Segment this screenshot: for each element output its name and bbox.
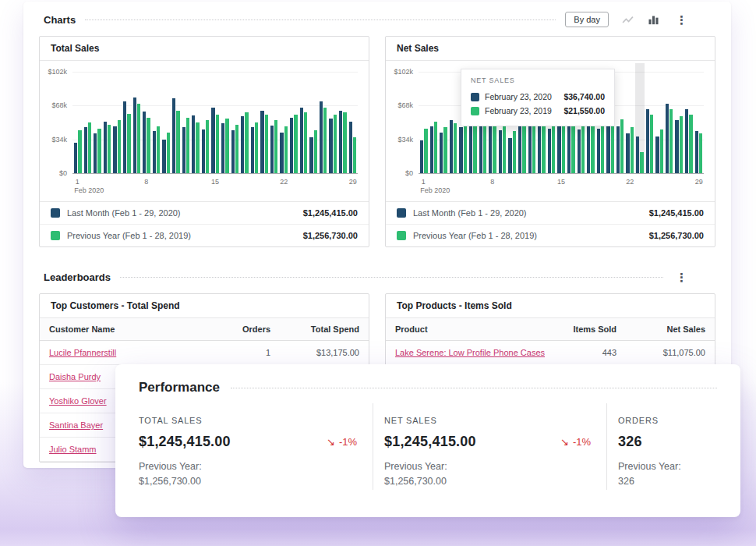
- bar-group-day-18[interactable]: [241, 72, 249, 173]
- bar-group-day-22[interactable]: [280, 72, 288, 173]
- bar-previous-period: [245, 112, 248, 173]
- chart-controls: By day ⋮: [565, 12, 691, 27]
- bar-group-day-7[interactable]: [133, 72, 141, 173]
- bar-group-day-20[interactable]: [260, 72, 268, 173]
- charts-kebab-menu-icon[interactable]: ⋮: [673, 12, 691, 27]
- total-sales-chart-panel: Total Sales $102k$68k$34k$0 18152229Feb …: [39, 36, 369, 247]
- bar-group-day-4[interactable]: [450, 72, 457, 173]
- x-axis-context-label: Feb 2020: [74, 186, 104, 194]
- tooltip-row: February 23, 2019 $21,550.00: [471, 104, 605, 118]
- bar-current-period: [113, 126, 116, 173]
- bar-group-day-17[interactable]: [231, 72, 239, 173]
- x-axis-label: 1: [76, 178, 79, 186]
- legend-label: Previous Year (Feb 1 - 28, 2019): [413, 231, 537, 240]
- bar-group-day-6[interactable]: [123, 72, 131, 173]
- table-row: Lake Serene: Low Profile Phone Cases443$…: [386, 341, 715, 365]
- bar-group-day-14[interactable]: [202, 72, 210, 173]
- bar-group-day-25[interactable]: [655, 72, 663, 173]
- table-cell[interactable]: Lake Serene: Low Profile Phone Cases: [386, 341, 563, 365]
- stat-net-sales: NET SALES $1,245,415.00 ↘ -1% Previous Y…: [373, 403, 606, 490]
- leaderboards-kebab-menu-icon[interactable]: ⋮: [673, 270, 691, 285]
- bar-group-day-3[interactable]: [94, 72, 101, 173]
- bar-current-period: [241, 116, 244, 173]
- stat-delta-negative: ↘ -1%: [560, 436, 591, 448]
- legend-item-previous[interactable]: Previous Year (Feb 1 - 28, 2019) $1,256,…: [40, 224, 369, 246]
- line-chart-toggle-icon[interactable]: [621, 13, 634, 27]
- bar-previous-period: [513, 131, 516, 173]
- page-background: Charts By day ⋮ Total Sales: [0, 0, 756, 546]
- bar-group-day-10[interactable]: [162, 72, 170, 173]
- stat-total-sales: TOTAL SALES $1,245,415.00 ↘ -1% Previous…: [139, 403, 373, 490]
- bar-group-day-23[interactable]: [636, 72, 644, 173]
- bar-group-day-19[interactable]: [251, 72, 259, 173]
- bar-previous-period: [216, 115, 219, 173]
- tooltip-row: February 23, 2020 $36,740.00: [471, 90, 605, 104]
- bar-group-day-4[interactable]: [104, 72, 111, 173]
- delta-percent: -1%: [339, 436, 357, 448]
- bar-group-day-27[interactable]: [675, 72, 683, 173]
- bar-group-day-8[interactable]: [143, 72, 150, 173]
- bar-group-day-29[interactable]: [695, 72, 703, 173]
- bar-current-period: [211, 108, 214, 173]
- bar-group-day-3[interactable]: [440, 72, 447, 173]
- bar-group-day-28[interactable]: [339, 72, 347, 173]
- legend-item-current[interactable]: Last Month (Feb 1 - 29, 2020) $1,245,415…: [40, 202, 369, 224]
- bar-previous-period: [118, 120, 121, 173]
- column-header: Net Sales: [626, 318, 715, 341]
- bar-group-day-5[interactable]: [113, 72, 121, 173]
- legend-label: Previous Year (Feb 1 - 28, 2019): [67, 231, 191, 240]
- table-cell[interactable]: Lucile Pfannerstill: [40, 341, 217, 365]
- bar-group-day-13[interactable]: [192, 72, 200, 173]
- item-link[interactable]: Daisha Purdy: [49, 372, 101, 381]
- bars-container: [74, 72, 356, 173]
- bar-group-day-1[interactable]: [74, 72, 82, 173]
- item-link[interactable]: Julio Stamm: [49, 445, 97, 454]
- bar-group-day-16[interactable]: [221, 72, 229, 173]
- leaderboards-section-title: Leaderboards: [44, 271, 111, 283]
- chart-tooltip: NET SALES February 23, 2020 $36,740.00 F…: [461, 69, 615, 126]
- bar-group-day-21[interactable]: [616, 72, 624, 173]
- bar-previous-period: [196, 122, 199, 173]
- bar-group-day-28[interactable]: [685, 72, 693, 173]
- bar-group-day-1[interactable]: [420, 72, 428, 173]
- bar-group-day-24[interactable]: [300, 72, 308, 173]
- bar-current-period: [578, 129, 581, 173]
- bar-previous-period: [343, 112, 346, 173]
- section-divider: [120, 277, 663, 278]
- bar-group-day-26[interactable]: [666, 72, 673, 173]
- bar-group-day-21[interactable]: [270, 72, 278, 173]
- item-link[interactable]: Lucile Pfannerstill: [49, 348, 116, 357]
- bar-current-period: [430, 126, 433, 173]
- stat-label: ORDERS: [618, 416, 725, 425]
- bar-group-day-24[interactable]: [646, 72, 654, 173]
- bar-group-day-27[interactable]: [329, 72, 337, 173]
- bar-group-day-23[interactable]: [290, 72, 298, 173]
- bar-group-day-2[interactable]: [430, 72, 438, 173]
- item-link[interactable]: Santina Bayer: [49, 420, 103, 430]
- legend-value: $1,256,730.00: [303, 231, 358, 240]
- bar-previous-period: [225, 119, 228, 173]
- bar-group-day-15[interactable]: [211, 72, 219, 173]
- interval-select[interactable]: By day: [565, 12, 609, 27]
- charts-row: Total Sales $102k$68k$34k$0 18152229Feb …: [23, 34, 731, 260]
- bar-group-day-12[interactable]: [182, 72, 190, 173]
- bar-current-period: [221, 123, 224, 173]
- column-header: Product: [386, 318, 563, 341]
- bar-group-day-9[interactable]: [153, 72, 161, 173]
- bar-previous-period: [137, 104, 140, 173]
- bar-group-day-25[interactable]: [309, 72, 317, 173]
- legend-item-previous[interactable]: Previous Year (Feb 1 - 28, 2019) $1,256,…: [386, 224, 715, 246]
- bar-group-day-29[interactable]: [349, 72, 357, 173]
- bar-group-day-26[interactable]: [320, 72, 327, 173]
- bar-group-day-22[interactable]: [626, 72, 634, 173]
- bar-group-day-11[interactable]: [172, 72, 180, 173]
- bar-chart-toggle-icon[interactable]: [647, 13, 660, 27]
- stat-value: $1,245,415.00: [139, 434, 231, 450]
- tooltip-value: $21,550.00: [563, 106, 605, 115]
- legend-item-current[interactable]: Last Month (Feb 1 - 29, 2020) $1,245,415…: [386, 202, 715, 224]
- item-link[interactable]: Yoshiko Glover: [49, 396, 107, 406]
- bar-current-period: [84, 127, 87, 173]
- item-link[interactable]: Lake Serene: Low Profile Phone Cases: [395, 348, 545, 357]
- bar-group-day-2[interactable]: [84, 72, 92, 173]
- bar-current-period: [153, 131, 156, 173]
